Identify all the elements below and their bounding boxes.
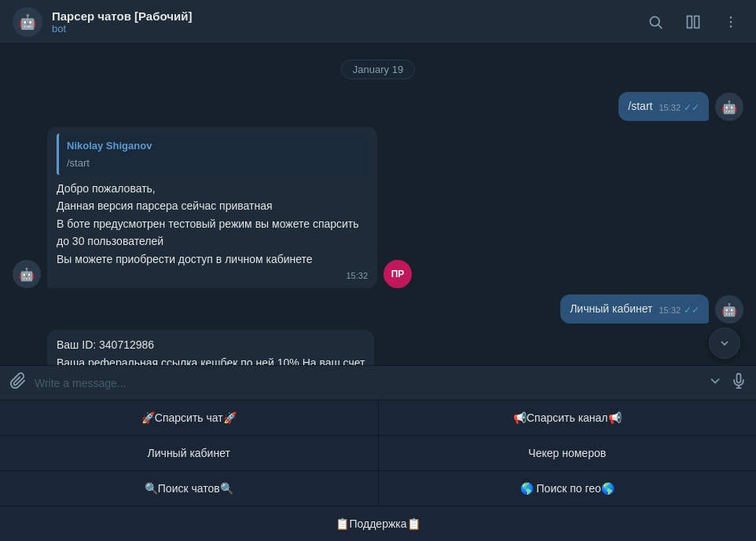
- more-options-icon[interactable]: [718, 9, 743, 35]
- bot-avatar: 🤖: [715, 295, 743, 324]
- columns-icon[interactable]: [681, 9, 706, 35]
- personal-cabinet-button[interactable]: Личный кабинет: [0, 436, 379, 470]
- message-bubble: Ваш ID: 340712986 Ваша реферальная ссылк…: [47, 330, 374, 365]
- message-row: 🤖 Nikolay Shiganov /start Добро пожалова…: [13, 127, 743, 288]
- voice-icon[interactable]: [731, 373, 747, 393]
- message-text: Добро пожаловать, Данная версия парсера …: [57, 180, 368, 268]
- message-meta: 15:32 ✓✓: [659, 303, 699, 317]
- header-info: Парсер чатов [Рабочий] bot: [52, 9, 643, 35]
- message-meta: 15:32 ✓✓: [659, 101, 699, 115]
- quote-text: /start: [67, 155, 360, 171]
- message-row: Личный кабинет 15:32 ✓✓ 🤖: [13, 294, 743, 324]
- check-icon: ✓✓: [684, 101, 699, 115]
- date-label: January 19: [341, 60, 415, 79]
- emoji-icon[interactable]: [707, 373, 723, 393]
- svg-rect-3: [695, 16, 699, 27]
- date-separator: January 19: [13, 60, 743, 79]
- message-input[interactable]: [35, 377, 699, 389]
- message-text: Ваш ID: 340712986 Ваша реферальная ссылк…: [57, 336, 365, 365]
- svg-rect-2: [688, 16, 692, 27]
- message-row: /start 15:32 ✓✓ 🤖: [13, 92, 743, 121]
- header-actions: [643, 9, 743, 35]
- chat-subtitle: bot: [52, 23, 643, 35]
- check-icon: ✓✓: [684, 303, 699, 317]
- quote-block: Nikolay Shiganov /start: [57, 133, 368, 175]
- quote-author: Nikolay Shiganov: [67, 138, 360, 154]
- input-right-icons: [707, 373, 747, 393]
- message-time: 15:32: [346, 269, 368, 283]
- parse-channel-button[interactable]: 📢Спарсить канал📢: [379, 400, 757, 435]
- message-bubble: Личный кабинет 15:32 ✓✓: [560, 294, 709, 324]
- scroll-down-button[interactable]: [709, 327, 740, 359]
- search-chats-button[interactable]: 🔍Поиск чатов🔍: [0, 471, 379, 506]
- svg-line-1: [659, 24, 662, 28]
- bot-avatar: 🤖: [715, 93, 743, 121]
- keyboard-row-3: 🔍Поиск чатов🔍 🌎 Поиск по гео🌎: [0, 471, 756, 506]
- keyboard-row-4: 📋Поддержка📋: [0, 506, 756, 541]
- chat-header: 🤖 Парсер чатов [Рабочий] bot: [0, 0, 756, 44]
- message-row: 🤖 Ваш ID: 340712986 Ваша реферальная ссы…: [13, 330, 743, 365]
- message-input-area: [0, 365, 756, 400]
- keyboard-row-2: Личный кабинет Чекер номеров: [0, 436, 756, 471]
- number-checker-button[interactable]: Чекер номеров: [379, 436, 757, 470]
- svg-point-5: [730, 20, 732, 23]
- message-text: /start: [628, 98, 652, 115]
- keyboard-row-1: 🚀Спарсить чат🚀 📢Спарсить канал📢: [0, 400, 756, 436]
- bot-avatar: 🤖: [13, 260, 41, 288]
- chat-title: Парсер чатов [Рабочий]: [52, 9, 643, 23]
- message-bubble: /start 15:32 ✓✓: [618, 92, 709, 121]
- message-time: 15:32: [659, 101, 681, 115]
- attach-icon[interactable]: [9, 372, 27, 393]
- chat-area: January 19 /start 15:32 ✓✓ 🤖 🤖 Nikolay S…: [0, 44, 756, 365]
- svg-point-0: [650, 16, 659, 26]
- message-text: Личный кабинет: [570, 301, 652, 317]
- search-geo-button[interactable]: 🌎 Поиск по гео🌎: [379, 471, 757, 506]
- user-avatar: ПР: [384, 260, 412, 288]
- parse-chat-button[interactable]: 🚀Спарсить чат🚀: [0, 400, 379, 435]
- chat-avatar: 🤖: [13, 7, 42, 37]
- message-time: 15:32: [659, 304, 681, 317]
- support-button[interactable]: 📋Поддержка📋: [0, 506, 756, 541]
- svg-point-6: [730, 25, 732, 27]
- message-bubble: Nikolay Shiganov /start Добро пожаловать…: [47, 127, 377, 288]
- message-meta: 15:32: [57, 269, 368, 283]
- svg-point-4: [730, 16, 732, 18]
- search-icon[interactable]: [643, 9, 668, 35]
- bot-keyboard: 🚀Спарсить чат🚀 📢Спарсить канал📢 Личный к…: [0, 400, 756, 541]
